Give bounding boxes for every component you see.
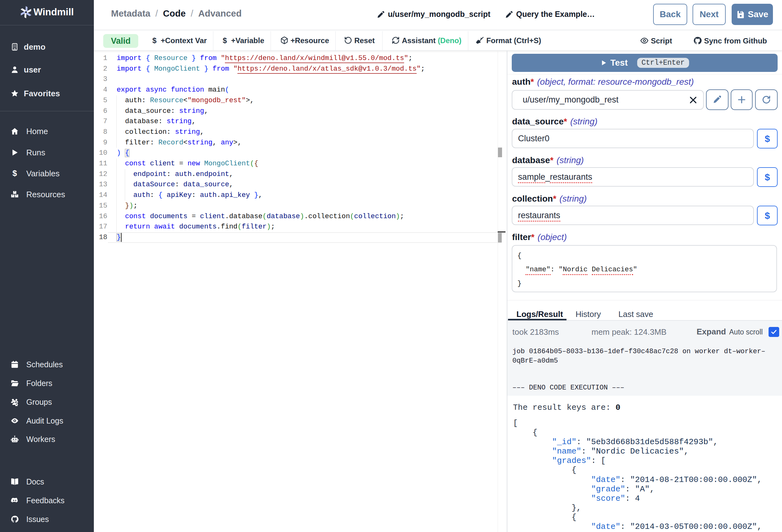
svg-text:$: $: [12, 169, 17, 178]
